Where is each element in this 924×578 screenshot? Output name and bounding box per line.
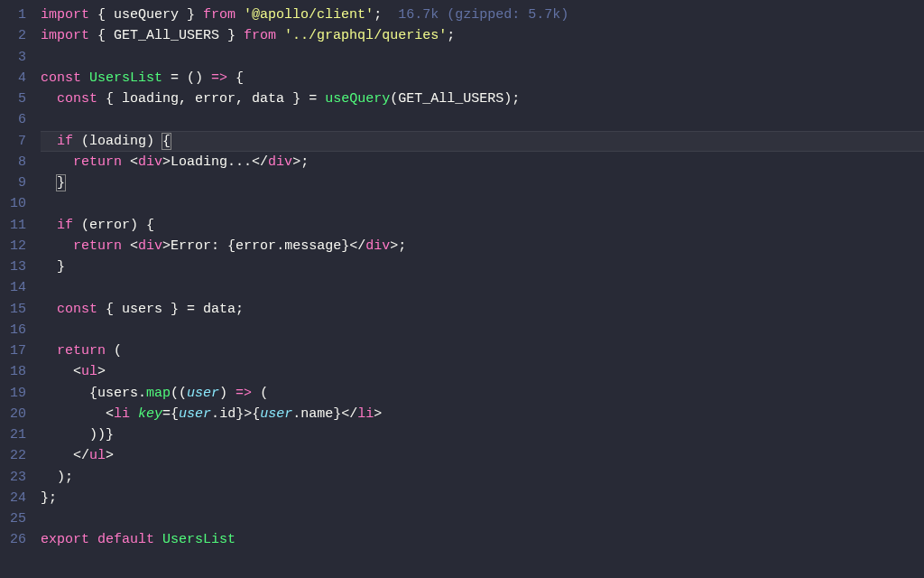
code-line[interactable]: }; (41, 488, 924, 508)
line-number: 3 (7, 47, 26, 68)
code-line[interactable]: export default UsersList (41, 529, 924, 550)
code-line[interactable] (41, 47, 924, 68)
code-line[interactable]: return <div>Error: {error.message}</div>… (41, 236, 924, 256)
line-number: 19 (7, 383, 26, 404)
line-number: 6 (7, 109, 26, 130)
code-line[interactable]: } (41, 172, 924, 193)
code-line[interactable] (41, 109, 924, 130)
code-line-active[interactable]: if (loading) { (41, 131, 924, 152)
line-number: 9 (7, 172, 26, 193)
code-content[interactable]: import { useQuery } from '@apollo/client… (41, 0, 924, 578)
line-number: 15 (7, 299, 26, 320)
import-cost-hint: 16.7k (gzipped: 5.7k) (398, 7, 568, 23)
line-number: 24 (7, 488, 26, 508)
line-number: 25 (7, 508, 26, 529)
line-number: 20 (7, 404, 26, 424)
code-line[interactable]: const { loading, error, data } = useQuer… (41, 89, 924, 109)
code-line[interactable]: } (41, 256, 924, 277)
code-line[interactable]: import { useQuery } from '@apollo/client… (41, 5, 924, 25)
line-number: 18 (7, 361, 26, 382)
code-line[interactable]: ))} (41, 424, 924, 445)
line-number: 2 (7, 25, 26, 46)
code-editor[interactable]: 1 2 3 4 5 6 7 8 9 10 11 12 13 14 15 16 1… (0, 0, 924, 578)
line-number: 14 (7, 277, 26, 298)
matching-bracket: { (162, 134, 171, 149)
line-number: 26 (7, 529, 26, 550)
line-number: 5 (7, 89, 26, 109)
code-line[interactable]: ); (41, 467, 924, 488)
code-line[interactable]: return <div>Loading...</div>; (41, 152, 924, 172)
line-number: 22 (7, 445, 26, 466)
line-number: 10 (7, 193, 26, 214)
line-number: 13 (7, 256, 26, 277)
code-line[interactable] (41, 277, 924, 298)
line-number: 7 (7, 131, 26, 152)
line-number: 23 (7, 467, 26, 488)
code-line[interactable]: </ul> (41, 445, 924, 466)
code-line[interactable] (41, 320, 924, 340)
code-line[interactable]: if (error) { (41, 215, 924, 236)
line-number: 1 (7, 5, 26, 25)
line-number: 21 (7, 424, 26, 445)
code-line[interactable]: const UsersList = () => { (41, 68, 924, 89)
code-line[interactable]: <li key={user.id}>{user.name}</li> (41, 404, 924, 424)
code-line[interactable] (41, 508, 924, 529)
line-number: 17 (7, 340, 26, 361)
matching-bracket: } (57, 175, 65, 191)
line-number: 12 (7, 236, 26, 256)
code-line[interactable]: import { GET_All_USERS } from '../graphq… (41, 25, 924, 46)
line-number-gutter: 1 2 3 4 5 6 7 8 9 10 11 12 13 14 15 16 1… (0, 0, 41, 578)
code-line[interactable]: {users.map((user) => ( (41, 383, 924, 404)
code-line[interactable]: const { users } = data; (41, 299, 924, 320)
line-number: 4 (7, 68, 26, 89)
line-number: 11 (7, 215, 26, 236)
code-line[interactable]: <ul> (41, 361, 924, 382)
code-line[interactable]: return ( (41, 340, 924, 361)
line-number: 8 (7, 152, 26, 172)
line-number: 16 (7, 320, 26, 340)
code-line[interactable] (41, 193, 924, 214)
